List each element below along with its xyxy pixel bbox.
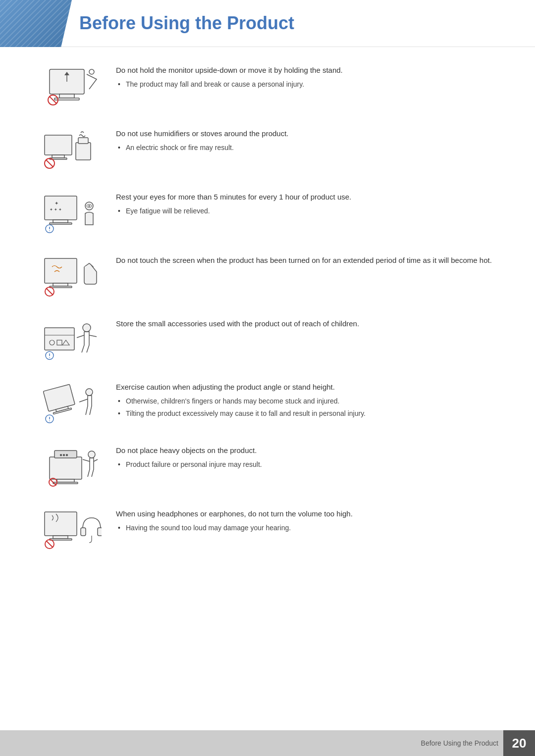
svg-rect-8 (52, 155, 64, 158)
svg-rect-25 (45, 258, 77, 283)
svg-rect-27 (50, 286, 72, 288)
main-text-5: Store the small accessories used with th… (116, 318, 495, 330)
safety-item-1: Do not hold the monitor upside-down or m… (40, 62, 495, 111)
svg-text:✦: ✦ (54, 201, 58, 206)
safety-item-6: Exercise caution when adjusting the prod… (40, 379, 495, 428)
safety-item-5: Store the small accessories used with th… (40, 315, 495, 365)
svg-point-37 (49, 357, 50, 358)
safety-item-2: Do not use humidifiers or stoves around … (40, 125, 495, 175)
text-box-4: Do not touch the screen when the product… (116, 252, 495, 269)
safety-item-8: When using headphones or earphones, do n… (40, 505, 495, 555)
main-text-7: Do not place heavy objects on the produc… (116, 445, 495, 456)
svg-rect-46 (57, 479, 74, 482)
svg-line-13 (46, 160, 53, 167)
svg-rect-26 (53, 283, 68, 286)
main-text-6: Exercise caution when adjusting the prod… (116, 382, 495, 393)
text-box-7: Do not place heavy objects on the produc… (116, 442, 495, 472)
icon-monitor-upside-down (40, 62, 104, 111)
page-header: Before Using the Product (0, 0, 535, 47)
bullet-list-1: The product may fall and break or cause … (116, 79, 495, 90)
bullet-item-6-1: Otherwise, children's fingers or hands m… (116, 396, 495, 406)
svg-line-59 (47, 541, 53, 548)
text-box-2: Do not use humidifiers or stoves around … (116, 125, 495, 155)
svg-rect-10 (76, 143, 91, 160)
svg-text:●●●: ●●● (59, 452, 68, 457)
svg-rect-53 (45, 512, 77, 536)
svg-point-44 (49, 420, 50, 421)
main-content: Do not hold the monitor upside-down or m… (0, 47, 535, 608)
safety-item-4: Do not touch the screen when the product… (40, 252, 495, 302)
svg-rect-16 (50, 223, 72, 224)
svg-point-3 (89, 69, 94, 74)
safety-item-7: ●●● Do not place heavy objects on the pr… (40, 442, 495, 492)
main-text-3: Rest your eyes for more than 5 minutes f… (116, 192, 495, 203)
main-text-8: When using headphones or earphones, do n… (116, 508, 495, 520)
icon-humidifier (40, 125, 104, 175)
header-blue-accent (0, 0, 72, 47)
svg-point-41 (86, 389, 93, 396)
svg-rect-7 (45, 135, 72, 155)
bullet-item: Eye fatigue will be relieved. (116, 206, 495, 216)
bullet-list-3: Eye fatigue will be relieved. (116, 206, 495, 216)
text-box-3: Rest your eyes for more than 5 minutes f… (116, 189, 495, 218)
svg-text:✦ ✦ ✦: ✦ ✦ ✦ (50, 207, 62, 212)
icon-heavy-objects: ●●● (40, 442, 104, 492)
text-box-8: When using headphones or earphones, do n… (116, 505, 495, 535)
main-text-2: Do not use humidifiers or stoves around … (116, 128, 495, 140)
footer-text: Before Using the Product (421, 739, 503, 747)
main-text-4: Do not touch the screen when the product… (116, 255, 495, 266)
bullet-list-8: Having the sound too loud may damage you… (116, 523, 495, 533)
bullet-item: The product may fall and break or cause … (116, 79, 495, 90)
svg-rect-30 (45, 328, 74, 350)
text-box-5: Store the small accessories used with th… (116, 315, 495, 333)
svg-point-34 (83, 324, 91, 332)
icon-small-accessories (40, 315, 104, 365)
icon-eye-rest: ✦ ✦ ✦ ✦ (40, 189, 104, 238)
bullet-list-2: An electric shock or fire may result. (116, 143, 495, 153)
page-footer: Before Using the Product 20 (0, 730, 535, 756)
bullet-item: An electric shock or fire may result. (116, 143, 495, 153)
safety-item-3: ✦ ✦ ✦ ✦ Rest your eyes for more than 5 m… (40, 189, 495, 238)
svg-rect-38 (43, 384, 75, 411)
svg-rect-56 (81, 528, 86, 536)
text-box-6: Exercise caution when adjusting the prod… (116, 379, 495, 421)
svg-rect-54 (53, 536, 68, 539)
main-text-1: Do not hold the monitor upside-down or m… (116, 65, 495, 76)
svg-point-24 (49, 230, 50, 231)
icon-hot-screen (40, 252, 104, 302)
svg-rect-55 (50, 539, 72, 540)
svg-rect-1 (59, 94, 74, 98)
svg-line-29 (46, 288, 53, 295)
icon-angle-adjust (40, 379, 104, 428)
page-title: Before Using the Product (79, 13, 294, 34)
svg-point-50 (88, 451, 95, 458)
page-number: 20 (503, 730, 535, 756)
svg-rect-45 (50, 457, 82, 479)
svg-point-21 (89, 205, 90, 207)
bullet-item-8-1: Having the sound too loud may damage you… (116, 523, 495, 533)
icon-headphones (40, 505, 104, 555)
svg-rect-11 (78, 138, 88, 144)
svg-rect-15 (53, 220, 68, 223)
bullet-list-7: Product failure or personal injure may r… (116, 459, 495, 470)
bullet-item-7-1: Product failure or personal injure may r… (116, 459, 495, 470)
text-box-1: Do not hold the monitor upside-down or m… (116, 62, 495, 92)
svg-rect-57 (98, 528, 102, 536)
header-diagonal-pattern (0, 0, 72, 47)
bullet-item-6-2: Tilting the product excessively may caus… (116, 408, 495, 419)
bullet-list-6: Otherwise, children's fingers or hands m… (116, 396, 495, 419)
